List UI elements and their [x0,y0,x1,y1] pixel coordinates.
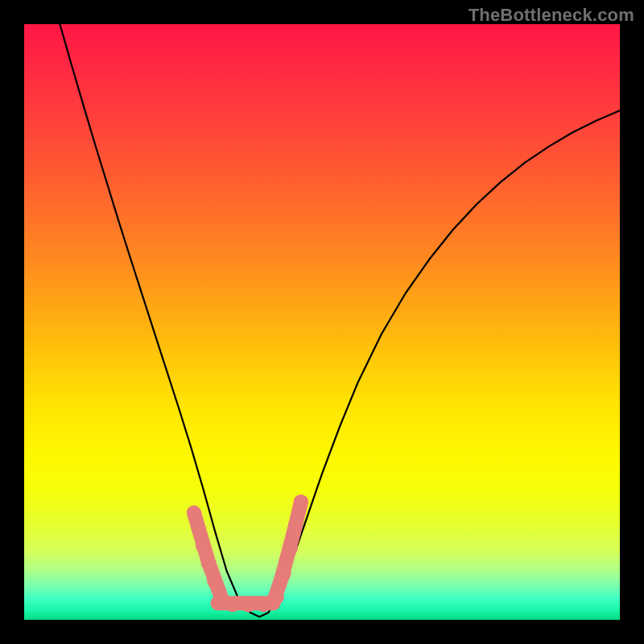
highlight-dot [207,574,221,588]
highlight-dot [257,598,271,613]
chart-frame: TheBottleneck.com [0,0,644,644]
highlight-dot [288,518,303,532]
watermark-text: TheBottleneck.com [469,5,634,26]
highlight-dot [241,598,255,613]
highlight-dot [270,590,284,605]
plot-area [24,24,620,620]
highlight-dot [201,556,216,571]
highlight-dot [277,566,291,580]
highlight-dot [225,598,240,613]
highlight-dot [196,539,210,553]
highlight-dot [283,541,298,555]
highlight-dot [188,506,202,521]
highlight-overlay [24,24,620,620]
highlight-dot [293,495,308,510]
highlight-dot [192,522,206,537]
